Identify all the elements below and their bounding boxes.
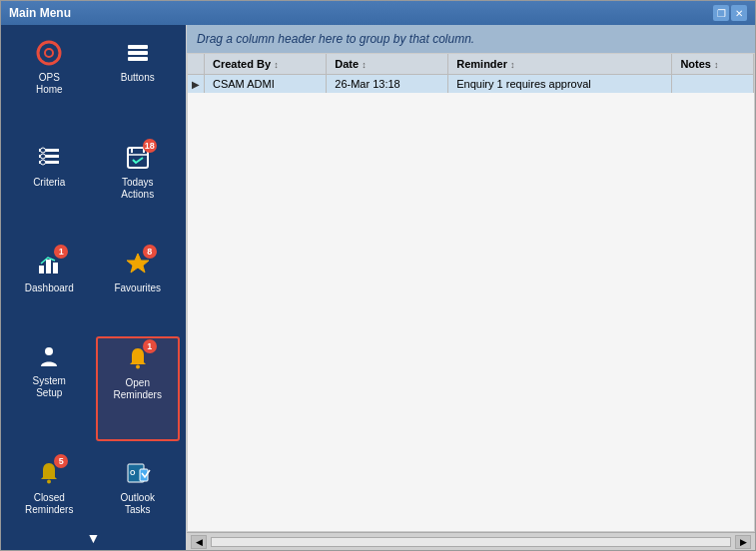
sidebar-item-buttons-label: Buttons — [121, 72, 155, 84]
open-reminders-icon: 1 — [124, 344, 152, 375]
sidebar-item-outlook-tasks-label: OutlookTasks — [121, 492, 155, 516]
cell-reminder: Enquiry 1 requires approval — [448, 75, 672, 94]
sidebar-item-open-reminders-label: OpenReminders — [114, 377, 162, 401]
col-header-created-by[interactable]: Created By ↕ — [205, 54, 327, 75]
svg-point-0 — [38, 42, 60, 64]
favourites-icon: 8 — [124, 250, 152, 280]
sidebar-item-favourites-label: Favourites — [114, 282, 161, 294]
closed-reminders-icon: 5 — [35, 459, 63, 490]
row-expand-arrow: ▶ — [188, 75, 205, 94]
svg-point-9 — [41, 154, 46, 159]
svg-text:O: O — [130, 469, 136, 476]
open-reminders-badge: 1 — [143, 339, 157, 353]
sidebar-item-dashboard-label: Dashboard — [25, 282, 74, 294]
col-header-date[interactable]: Date ↕ — [327, 54, 448, 75]
sidebar-item-system-setup-label: SystemSetup — [33, 375, 66, 399]
svg-rect-16 — [46, 260, 51, 274]
sidebar-item-ops-home-label: OPSHome — [36, 72, 63, 96]
sidebar: OPSHome Buttons — [1, 25, 186, 550]
todays-actions-badge: 18 — [143, 139, 157, 153]
sidebar-item-criteria[interactable]: Criteria — [7, 138, 92, 239]
ops-home-icon — [35, 39, 63, 70]
reminder-sort-icon: ↕ — [510, 60, 515, 70]
dashboard-badge: 1 — [54, 245, 68, 259]
buttons-icon — [124, 39, 152, 70]
scroll-left-button[interactable]: ◀ — [191, 535, 207, 549]
system-setup-icon — [35, 342, 63, 373]
sidebar-item-ops-home[interactable]: OPSHome — [7, 33, 92, 134]
drag-header: Drag a column header here to group by th… — [187, 25, 755, 53]
svg-point-8 — [41, 148, 46, 153]
sidebar-item-open-reminders[interactable]: 1 OpenReminders — [96, 336, 181, 441]
main-window: Main Menu ❐ ✕ OPSHome — [0, 0, 756, 551]
closed-reminders-badge: 5 — [54, 454, 68, 468]
title-bar-controls: ❐ ✕ — [713, 5, 747, 21]
sidebar-item-dashboard[interactable]: 1 Dashboard — [7, 244, 92, 332]
drag-header-text: Drag a column header here to group by th… — [197, 32, 474, 46]
sidebar-item-closed-reminders-label: ClosedReminders — [25, 492, 73, 516]
content-area: Drag a column header here to group by th… — [186, 25, 755, 550]
notes-sort-icon: ↕ — [714, 60, 719, 70]
sidebar-item-buttons[interactable]: Buttons — [96, 33, 181, 134]
date-sort-icon: ↕ — [362, 60, 367, 70]
cell-created-by: CSAM ADMI — [205, 75, 327, 94]
favourites-badge: 8 — [143, 245, 157, 259]
data-table-container[interactable]: Created By ↕ Date ↕ Reminder ↕ — [187, 53, 755, 532]
sidebar-item-criteria-label: Criteria — [33, 177, 65, 189]
close-button[interactable]: ✕ — [731, 5, 747, 21]
svg-point-19 — [45, 347, 53, 355]
criteria-icon — [35, 144, 63, 175]
cell-date: 26-Mar 13:18 — [327, 75, 448, 94]
svg-point-10 — [41, 160, 46, 165]
horizontal-scrollbar[interactable] — [211, 537, 731, 547]
dashboard-icon: 1 — [35, 250, 63, 280]
scroll-right-button[interactable]: ▶ — [735, 535, 751, 549]
svg-point-1 — [45, 49, 53, 57]
sidebar-item-closed-reminders[interactable]: 5 ClosedReminders — [7, 453, 92, 522]
col-header-arrow[interactable] — [188, 54, 205, 75]
sidebar-scroll-down[interactable]: ▼ — [1, 526, 186, 550]
outlook-tasks-icon: O — [124, 459, 152, 490]
svg-rect-3 — [128, 51, 148, 55]
statusbar: ◀ ▶ — [187, 532, 755, 550]
svg-point-20 — [136, 364, 140, 368]
col-header-reminder[interactable]: Reminder ↕ — [448, 54, 672, 75]
svg-rect-17 — [53, 263, 58, 274]
svg-rect-4 — [128, 57, 148, 61]
created-by-sort-icon: ↕ — [274, 60, 279, 70]
col-header-notes[interactable]: Notes ↕ — [672, 54, 754, 75]
todays-actions-icon: 18 — [124, 144, 152, 175]
sidebar-item-todays-actions-label: TodaysActions — [121, 177, 154, 201]
cell-notes — [672, 75, 754, 94]
window-title: Main Menu — [9, 6, 71, 20]
restore-button[interactable]: ❐ — [713, 5, 729, 21]
svg-rect-15 — [39, 266, 44, 274]
sidebar-item-outlook-tasks[interactable]: O OutlookTasks — [96, 453, 181, 522]
main-content: OPSHome Buttons — [1, 25, 755, 550]
sidebar-item-favourites[interactable]: 8 Favourites — [96, 244, 181, 332]
data-table: Created By ↕ Date ↕ Reminder ↕ — [188, 54, 754, 93]
sidebar-item-todays-actions[interactable]: 18 TodaysActions — [96, 138, 181, 239]
table-header-row: Created By ↕ Date ↕ Reminder ↕ — [188, 54, 754, 75]
svg-rect-2 — [128, 45, 148, 49]
title-bar: Main Menu ❐ ✕ — [1, 1, 755, 25]
sidebar-item-system-setup[interactable]: SystemSetup — [7, 336, 92, 441]
table-row[interactable]: ▶ CSAM ADMI 26-Mar 13:18 Enquiry 1 requi… — [188, 75, 754, 94]
svg-point-21 — [47, 480, 51, 484]
